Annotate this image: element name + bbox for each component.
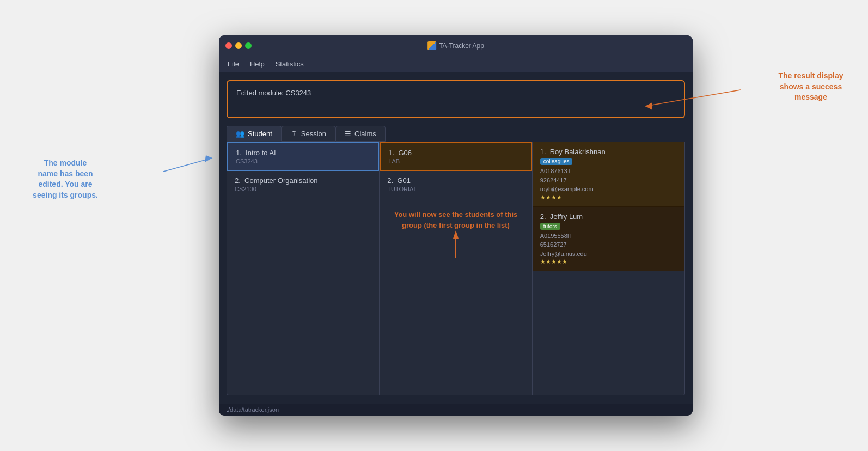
svg-line-4 [163, 158, 212, 172]
module-item-2-title: 2. Computer Organisation [235, 176, 371, 185]
window-title: TA-Tracker App [427, 41, 484, 50]
result-display: Edited module: CS3243 [227, 80, 685, 118]
traffic-lights [225, 42, 252, 49]
group-item-1-title: 1. G06 [388, 149, 523, 157]
status-text: ./data/tatracker.json [227, 406, 279, 413]
student-1-role-badge: colleagues [540, 158, 573, 165]
module-item-2-code: CS2100 [235, 186, 371, 192]
annotation-right: The result displayshows a successmessage [765, 71, 857, 103]
close-button[interactable] [225, 42, 232, 49]
maximize-button[interactable] [245, 42, 252, 49]
menu-file[interactable]: File [228, 60, 239, 68]
student-icon: 👥 [236, 130, 244, 138]
group-item-1-type: LAB [388, 158, 523, 164]
title-bar: TA-Tracker App [219, 35, 693, 56]
svg-marker-5 [205, 155, 212, 162]
student-1-rating: ★★★★ [540, 194, 677, 201]
group-item-1[interactable]: 1. G06 LAB [380, 142, 531, 171]
tabs-bar: 👥 Student 🗓 Session ☰ Claims [219, 126, 693, 142]
tab-session[interactable]: 🗓 Session [282, 126, 335, 142]
tab-claims[interactable]: ☰ Claims [335, 126, 386, 142]
annotation-center: You will now see the students of this gr… [385, 209, 526, 230]
module-item-2[interactable]: 2. Computer Organisation CS2100 [227, 171, 379, 198]
module-item-1-code: CS3243 [236, 158, 370, 164]
annotation-left: The modulename has beenedited. You arese… [11, 158, 120, 200]
svg-marker-1 [453, 230, 459, 239]
claims-icon: ☰ [345, 130, 351, 138]
student-2-detail: A0195558H 65162727 Jeffry@u.nus.edu [540, 231, 677, 259]
student-2-name: 2. Jeffry Lum [540, 212, 677, 221]
group-item-2-title: 2. G01 [387, 176, 524, 185]
group-item-2[interactable]: 2. G01 TUTORIAL [380, 171, 531, 198]
menu-bar: File Help Statistics [219, 56, 693, 72]
app-window: TA-Tracker App File Help Statistics Edit… [219, 35, 693, 416]
status-bar: ./data/tatracker.json [219, 403, 693, 416]
group-item-2-type: TUTORIAL [387, 186, 524, 192]
student-1-name: 1. Roy Balakrishnan [540, 148, 677, 156]
tab-session-label: Session [301, 130, 326, 138]
tab-student[interactable]: 👥 Student [227, 126, 282, 142]
groups-panel: 1. G06 LAB 2. G01 TUTORIAL You will now … [380, 142, 532, 395]
app-icon [427, 41, 436, 50]
arrow-up-icon [450, 230, 461, 258]
student-item-1[interactable]: 1. Roy Balakrishnan colleagues A0187613T… [533, 142, 684, 207]
tab-claims-label: Claims [354, 130, 376, 138]
minimize-button[interactable] [235, 42, 242, 49]
menu-help[interactable]: Help [250, 60, 265, 68]
student-1-detail: A0187613T 92624417 royb@example.com [540, 167, 677, 194]
main-content: 1. Intro to AI CS3243 2. Computer Organi… [219, 142, 693, 403]
student-2-role-badge: tutors [540, 223, 560, 230]
student-2-rating: ★★★★★ [540, 258, 677, 265]
student-item-2[interactable]: 2. Jeffry Lum tutors A0195558H 65162727 … [533, 207, 684, 272]
tab-student-label: Student [248, 130, 272, 138]
students-panel: 1. Roy Balakrishnan colleagues A0187613T… [533, 142, 685, 395]
module-item-1[interactable]: 1. Intro to AI CS3243 [227, 142, 379, 171]
modules-panel: 1. Intro to AI CS3243 2. Computer Organi… [227, 142, 380, 395]
module-item-1-title: 1. Intro to AI [236, 149, 370, 157]
menu-statistics[interactable]: Statistics [276, 60, 304, 68]
result-text: Edited module: CS3243 [236, 89, 675, 97]
session-icon: 🗓 [291, 130, 298, 138]
